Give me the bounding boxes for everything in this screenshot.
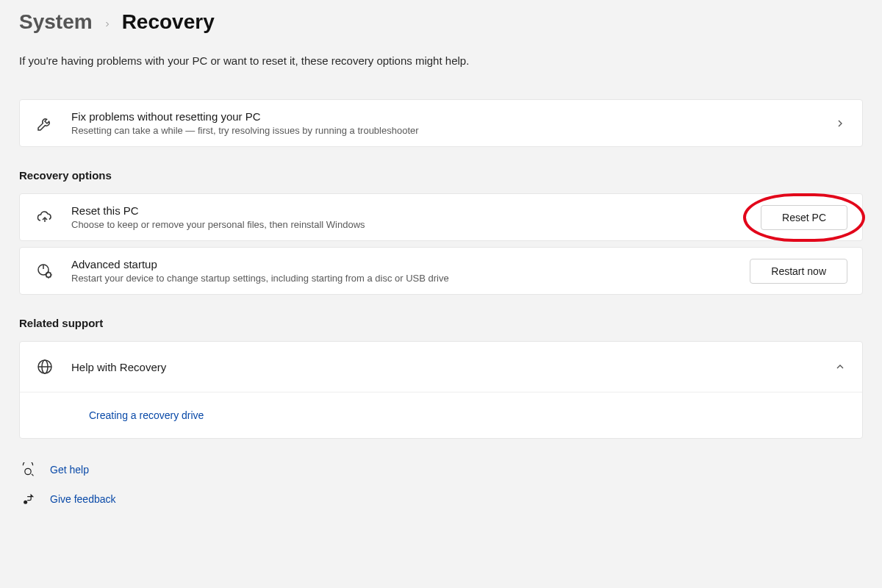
fix-problems-card[interactable]: Fix problems without resetting your PC R… — [19, 99, 863, 147]
reset-this-pc-card: Reset this PC Choose to keep or remove y… — [19, 193, 863, 241]
chevron-right-icon — [834, 118, 847, 129]
svg-point-2 — [46, 272, 51, 276]
power-gear-icon — [35, 261, 55, 282]
svg-point-8 — [24, 501, 27, 504]
give-feedback-link[interactable]: Give feedback — [50, 493, 116, 505]
breadcrumb: System Recovery — [19, 10, 863, 34]
reset-pc-button[interactable]: Reset PC — [761, 205, 847, 230]
reset-this-pc-desc: Choose to keep or remove your personal f… — [71, 219, 745, 230]
cloud-reset-icon — [35, 207, 55, 228]
fix-problems-title: Fix problems without resetting your PC — [71, 110, 818, 123]
page-title: Recovery — [122, 10, 215, 34]
annotation-highlight: Reset PC — [761, 205, 847, 230]
help-with-recovery-expander: Help with Recovery Creating a recovery d… — [19, 341, 863, 439]
svg-point-6 — [25, 468, 31, 474]
help-with-recovery-header[interactable]: Help with Recovery — [20, 342, 862, 392]
wrench-icon — [35, 113, 55, 134]
globe-icon — [35, 356, 55, 377]
reset-this-pc-title: Reset this PC — [71, 204, 745, 217]
advanced-startup-card: Advanced startup Restart your device to … — [19, 247, 863, 295]
help-with-recovery-title: Help with Recovery — [71, 361, 166, 373]
restart-now-button[interactable]: Restart now — [750, 259, 847, 284]
breadcrumb-parent-system[interactable]: System — [19, 10, 93, 34]
footer-links: Get help Give feedback — [19, 461, 863, 508]
chevron-right-icon — [103, 20, 112, 29]
section-recovery-options: Recovery options — [19, 169, 863, 182]
svg-line-7 — [32, 474, 34, 476]
feedback-icon — [19, 490, 37, 508]
advanced-startup-title: Advanced startup — [71, 258, 734, 270]
get-help-link[interactable]: Get help — [50, 464, 89, 476]
advanced-startup-desc: Restart your device to change startup se… — [71, 273, 734, 284]
help-icon — [19, 461, 37, 478]
section-related-support: Related support — [19, 317, 863, 329]
page-subtitle: If you're having problems with your PC o… — [19, 54, 863, 67]
chevron-up-icon — [834, 361, 847, 373]
fix-problems-desc: Resetting can take a while — first, try … — [71, 125, 818, 136]
creating-recovery-drive-link[interactable]: Creating a recovery drive — [89, 409, 204, 421]
